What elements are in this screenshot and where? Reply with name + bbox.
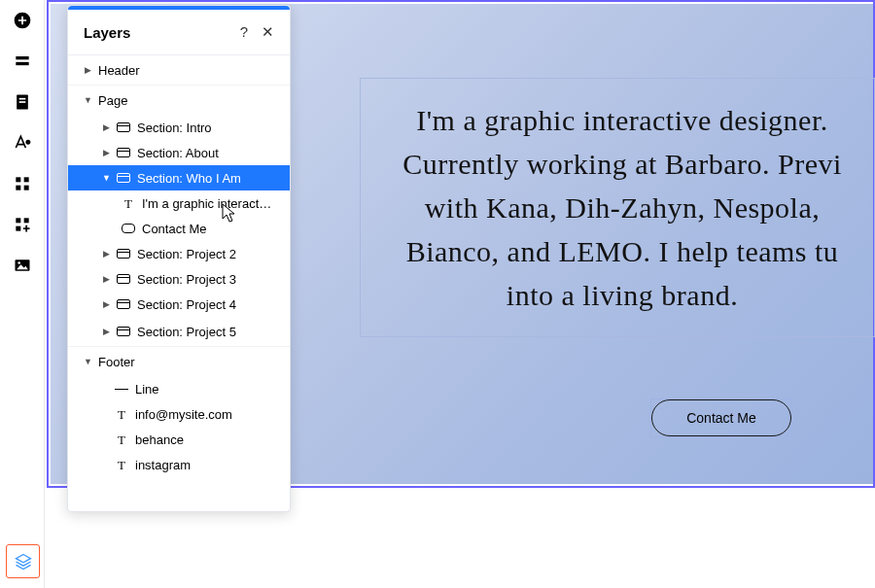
theme-tool-icon[interactable] <box>0 122 44 163</box>
layer-item-project2[interactable]: ▶Section: Project 2 <box>68 241 290 266</box>
left-toolbar <box>0 0 45 588</box>
section-icon <box>117 148 130 157</box>
svg-rect-9 <box>23 186 28 190</box>
section-icon <box>117 122 130 132</box>
layer-item-line[interactable]: Line <box>68 376 290 401</box>
layer-item-whoiam-text[interactable]: TI'm a graphic interact… <box>68 190 290 216</box>
caret-right-icon: ▶ <box>102 299 110 309</box>
caret-down-icon: ▼ <box>84 357 91 366</box>
svg-rect-4 <box>18 98 25 100</box>
layer-item-behance[interactable]: Tbehance <box>68 427 290 452</box>
layer-item-project3[interactable]: ▶Section: Project 3 <box>68 266 290 292</box>
svg-rect-2 <box>16 62 28 65</box>
layer-item-project4[interactable]: ▶Section: Project 4 <box>68 292 290 317</box>
section-icon <box>117 299 130 309</box>
layers-panel[interactable]: Layers ? ✕ ▶Header ▼Page ▶Section: Intro… <box>67 5 291 512</box>
plugins-tool-icon[interactable] <box>0 204 44 245</box>
layer-item-intro[interactable]: ▶Section: Intro <box>68 115 290 140</box>
text-icon: T <box>122 196 135 210</box>
svg-rect-10 <box>16 218 20 223</box>
svg-rect-11 <box>23 218 28 223</box>
svg-rect-5 <box>18 101 25 103</box>
text-icon: T <box>115 407 128 421</box>
caret-right-icon: ▶ <box>102 122 110 132</box>
caret-down-icon: ▼ <box>102 173 110 183</box>
layer-footer-section[interactable]: ▼Footer <box>68 347 290 376</box>
panel-title: Layers <box>84 24 130 41</box>
layer-header-section[interactable]: ▶Header <box>68 55 290 86</box>
svg-rect-8 <box>16 186 20 190</box>
section-tool-icon[interactable] <box>0 41 44 82</box>
panel-body: ▶Header ▼Page ▶Section: Intro ▶Section: … <box>68 55 290 477</box>
hero-text-box[interactable]: I'm a graphic interactive designer. Curr… <box>360 78 875 337</box>
text-icon: T <box>115 432 128 446</box>
caret-right-icon: ▶ <box>102 274 110 284</box>
layer-page-section[interactable]: ▼Page <box>68 86 290 115</box>
contact-button-selection: Contact Me <box>650 398 792 437</box>
section-icon <box>117 249 130 259</box>
layer-item-whoiam[interactable]: ▼Section: Who I Am <box>68 165 290 190</box>
close-icon[interactable]: ✕ <box>262 23 274 41</box>
panel-header: Layers ? ✕ <box>68 10 290 55</box>
text-icon: T <box>115 458 128 471</box>
svg-rect-1 <box>16 56 28 59</box>
caret-down-icon: ▼ <box>84 95 91 105</box>
svg-rect-6 <box>16 177 20 182</box>
add-icon[interactable] <box>0 0 44 41</box>
caret-right-icon: ▶ <box>102 148 110 157</box>
help-icon[interactable]: ? <box>240 23 248 41</box>
layer-item-about[interactable]: ▶Section: About <box>68 140 290 165</box>
section-icon <box>117 274 130 284</box>
hero-text: I'm a graphic interactive designer. Curr… <box>402 98 842 317</box>
svg-point-15 <box>18 261 20 264</box>
caret-right-icon: ▶ <box>102 249 110 259</box>
svg-rect-7 <box>23 177 28 182</box>
layers-toggle-button[interactable] <box>6 544 40 578</box>
layer-item-instagram[interactable]: Tinstagram <box>68 452 290 477</box>
layer-item-email[interactable]: Tinfo@mysite.com <box>68 401 290 427</box>
layer-item-project5[interactable]: ▶Section: Project 5 <box>68 317 290 347</box>
contact-me-button[interactable]: Contact Me <box>651 399 791 436</box>
svg-rect-12 <box>16 226 20 231</box>
section-icon <box>117 327 130 336</box>
media-tool-icon[interactable] <box>0 245 44 286</box>
layer-item-whoiam-button[interactable]: Contact Me <box>68 216 290 241</box>
page-tool-icon[interactable] <box>0 82 44 122</box>
button-icon <box>122 224 135 233</box>
section-icon <box>117 173 130 183</box>
line-icon <box>115 389 128 390</box>
apps-tool-icon[interactable] <box>0 163 44 204</box>
caret-right-icon: ▶ <box>102 327 110 336</box>
caret-right-icon: ▶ <box>84 65 91 75</box>
